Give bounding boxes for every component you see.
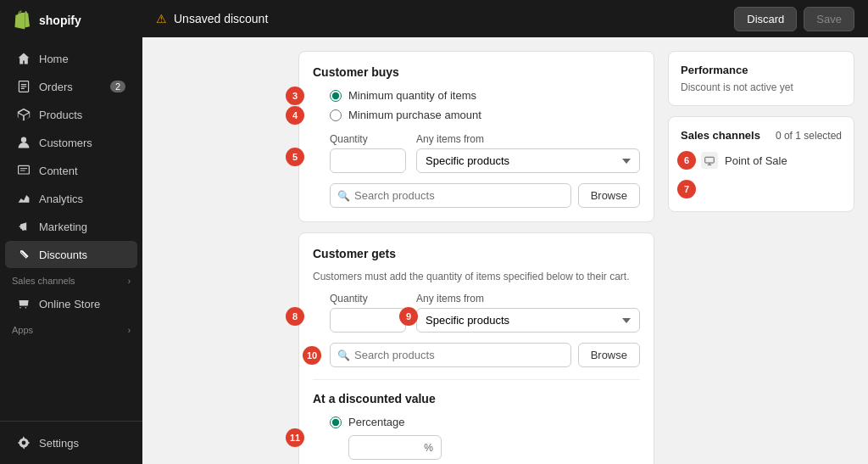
main-content: Customer buys 3 Minimum quantity of item… <box>285 37 868 464</box>
any-items-label: Any items from <box>416 133 640 145</box>
sidebar-item-content[interactable]: Content <box>5 157 137 184</box>
sidebar-logo[interactable]: shopify <box>0 0 142 41</box>
quantity-label: Quantity <box>330 133 406 145</box>
step7-row: 7 <box>681 179 842 199</box>
home-icon <box>17 52 31 65</box>
sidebar: shopify Home Orders 2 Products <box>0 0 142 464</box>
gets-search-row: 🔍 Browse <box>330 343 640 367</box>
gets-search-icon: 🔍 <box>337 349 350 361</box>
svg-rect-8 <box>705 157 715 163</box>
sales-channels-section[interactable]: Sales channels › <box>0 269 142 289</box>
center-panel: Customer buys 3 Minimum quantity of item… <box>298 51 654 450</box>
divider <box>313 379 640 380</box>
buys-quantity-input[interactable] <box>330 148 406 173</box>
sidebar-footer: Settings <box>0 421 142 464</box>
marketing-icon <box>17 220 31 233</box>
step4-row: 4 Minimum purchase amount <box>313 109 640 121</box>
content-label: Content <box>39 165 78 177</box>
step9-col: 9 Any items from Specific products Speci… <box>416 293 640 333</box>
step10-row: 10 🔍 Browse <box>330 343 640 367</box>
gets-items-group: Any items from Specific products Specifi… <box>416 293 640 333</box>
home-label: Home <box>39 53 69 65</box>
search-icon: 🔍 <box>337 190 350 202</box>
customer-gets-desc: Customers must add the quantity of items… <box>313 271 640 282</box>
discard-button[interactable]: Discard <box>734 7 797 31</box>
radio-percentage-input[interactable] <box>330 416 342 428</box>
gets-quantity-group: Quantity <box>330 293 406 333</box>
topbar-title-area: ⚠ Unsaved discount <box>156 12 268 25</box>
sales-channels-title: Sales channels <box>681 129 760 142</box>
sidebar-item-customers[interactable]: Customers <box>5 129 137 156</box>
performance-title: Performance <box>681 64 842 76</box>
step9-badge: 9 <box>399 307 418 326</box>
sales-channels-label: Sales channels <box>12 276 75 286</box>
customer-buys-radio-group: 3 Minimum quantity of items 4 Minimum pu… <box>313 89 640 121</box>
point-of-sale-item[interactable]: Point of Sale <box>701 148 842 172</box>
gets-items-select[interactable]: Specific products Specific collections A… <box>416 308 640 333</box>
page-title: Unsaved discount <box>174 12 268 25</box>
step4-badge: 4 <box>286 106 304 125</box>
percentage-input-wrap: % <box>348 435 442 460</box>
buys-quantity-group: Quantity <box>330 133 406 173</box>
analytics-icon <box>17 192 31 205</box>
discounted-value-title: At a discounted value <box>313 392 640 405</box>
step6-badge: 6 <box>677 151 696 170</box>
marketing-label: Marketing <box>39 221 87 233</box>
sidebar-item-marketing[interactable]: Marketing <box>5 213 137 240</box>
online-store-label: Online Store <box>39 298 100 310</box>
step3-badge: 3 <box>286 87 304 105</box>
radio-min-qty[interactable]: Minimum quantity of items <box>330 89 640 102</box>
buys-search-input[interactable] <box>330 183 571 208</box>
svg-rect-5 <box>19 165 30 174</box>
pct-sign: % <box>424 442 433 454</box>
orders-icon <box>17 80 31 93</box>
save-button[interactable]: Save <box>804 7 854 31</box>
step11-badge: 11 <box>286 428 304 447</box>
radio-min-purchase-input[interactable] <box>330 109 342 121</box>
radio-min-qty-input[interactable] <box>330 90 342 102</box>
sidebar-item-orders[interactable]: Orders 2 <box>5 73 137 100</box>
sidebar-item-home[interactable]: Home <box>5 45 137 72</box>
topbar-actions: Discard Save <box>734 7 854 31</box>
right-panel: Performance Discount is not active yet S… <box>668 51 854 450</box>
discounts-label: Discounts <box>39 249 87 261</box>
radio-min-qty-label: Minimum quantity of items <box>348 89 476 102</box>
warning-icon: ⚠ <box>156 12 167 25</box>
gets-any-items-label: Any items from <box>416 293 640 305</box>
radio-percentage-label: Percentage <box>348 416 405 428</box>
step5-row: 5 Quantity Any items from Specific produ… <box>313 133 640 208</box>
sidebar-item-analytics[interactable]: Analytics <box>5 185 137 212</box>
customer-buys-card: Customer buys 3 Minimum quantity of item… <box>298 51 654 222</box>
shopify-label: shopify <box>39 14 81 27</box>
customer-buys-title: Customer buys <box>313 65 640 79</box>
customers-icon <box>17 136 31 149</box>
orders-label: Orders <box>39 81 73 93</box>
orders-badge: 2 <box>110 81 125 92</box>
sidebar-item-discounts[interactable]: Discounts <box>5 241 137 268</box>
apps-section[interactable]: Apps › <box>0 318 142 338</box>
gets-quantity-input[interactable] <box>330 308 406 333</box>
content-icon <box>17 164 31 177</box>
products-label: Products <box>39 109 82 121</box>
chevron-icon: › <box>128 277 131 286</box>
sidebar-item-online-store[interactable]: Online Store <box>5 290 137 317</box>
radio-min-purchase[interactable]: Minimum purchase amount <box>330 109 640 121</box>
apps-chevron-icon: › <box>128 326 131 335</box>
analytics-label: Analytics <box>39 193 83 205</box>
online-store-icon <box>17 297 31 310</box>
sidebar-item-settings[interactable]: Settings <box>5 429 137 456</box>
buys-browse-button[interactable]: Browse <box>578 183 640 208</box>
buys-items-select[interactable]: Specific products Specific collections A… <box>416 148 640 173</box>
step8-row: 8 Quantity 9 Any items from Specific pro… <box>313 293 640 367</box>
radio-min-purchase-label: Minimum purchase amount <box>348 109 481 121</box>
buys-search-wrap: 🔍 <box>330 183 571 208</box>
step3-row: 3 Minimum quantity of items <box>313 89 640 102</box>
gets-browse-button[interactable]: Browse <box>578 343 640 367</box>
buys-search-row: 🔍 Browse <box>330 183 640 208</box>
radio-percentage[interactable]: Percentage <box>330 416 640 428</box>
sidebar-item-products[interactable]: Products <box>5 101 137 128</box>
topbar: ⚠ Unsaved discount Discard Save <box>142 0 868 37</box>
step6-row: 6 Point of Sale <box>681 148 842 172</box>
gets-search-input[interactable] <box>330 343 571 367</box>
gets-form-row: Quantity 9 Any items from Specific produ… <box>330 293 640 333</box>
